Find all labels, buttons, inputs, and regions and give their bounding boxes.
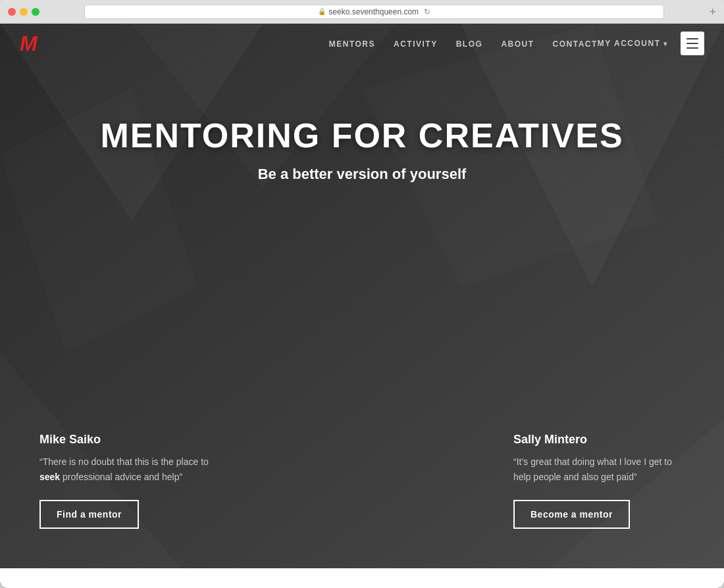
hamburger-menu-button[interactable]: [681, 32, 704, 55]
quote-after: professional advice and help”: [60, 472, 182, 482]
left-person-name: Mike Saiko: [39, 433, 211, 447]
browser-window: 🔒 seeko.seventhqueen.com ↻ +: [0, 0, 724, 588]
navbar: M MENTORS ACTIVITY BLOG ABOUT CONTACT MY…: [0, 24, 724, 63]
refresh-icon: ↻: [424, 7, 430, 16]
nav-link-blog[interactable]: BLOG: [456, 39, 483, 49]
menu-line-3: [686, 47, 698, 49]
maximize-button[interactable]: [32, 8, 39, 16]
nav-link-about[interactable]: ABOUT: [501, 39, 534, 49]
close-button[interactable]: [8, 8, 16, 16]
lock-icon: 🔒: [318, 8, 326, 15]
right-person-name: Sally Mintero: [513, 433, 685, 447]
nav-item-activity[interactable]: ACTIVITY: [394, 37, 438, 49]
address-bar[interactable]: 🔒 seeko.seventhqueen.com ↻: [84, 5, 664, 19]
quote-before: “There is no doubt that this is the plac…: [39, 456, 209, 467]
become-mentor-button[interactable]: Become a mentor: [513, 500, 630, 529]
menu-line-2: [686, 43, 698, 44]
my-account-dropdown[interactable]: MY ACCOUNT ▾: [598, 39, 667, 48]
nav-item-about[interactable]: ABOUT: [501, 37, 534, 49]
nav-item-blog[interactable]: BLOG: [456, 37, 483, 49]
nav-link-activity[interactable]: ACTIVITY: [394, 39, 438, 49]
content-area: Mike Saiko “There is no doubt that this …: [0, 168, 724, 568]
hero-title: MENTORING FOR CREATIVES: [100, 116, 623, 155]
browser-titlebar: 🔒 seeko.seventhqueen.com ↻ +: [0, 0, 724, 24]
quote-bold: seek: [39, 472, 60, 482]
right-person-section: Sally Mintero “It’s great that doing wha…: [513, 433, 685, 568]
nav-item-contact[interactable]: CONTACT: [553, 37, 598, 49]
menu-line-1: [686, 38, 698, 39]
site-logo[interactable]: M: [20, 32, 36, 56]
left-person-quote: “There is no doubt that this is the plac…: [39, 454, 211, 484]
right-person-quote: “It’s great that doing what I love I get…: [513, 454, 685, 484]
website-content: M MENTORS ACTIVITY BLOG ABOUT CONTACT MY…: [0, 24, 724, 588]
bottom-bar: [0, 568, 724, 588]
find-mentor-button[interactable]: Find a mentor: [39, 500, 139, 529]
nav-link-mentors[interactable]: MENTORS: [329, 39, 375, 49]
new-tab-button[interactable]: +: [709, 6, 716, 18]
nav-links: MENTORS ACTIVITY BLOG ABOUT CONTACT: [329, 37, 598, 49]
url-text: seeko.seventhqueen.com: [328, 7, 419, 16]
minimize-button[interactable]: [20, 8, 28, 16]
nav-link-contact[interactable]: CONTACT: [553, 39, 598, 49]
traffic-lights: [8, 8, 39, 16]
nav-item-mentors[interactable]: MENTORS: [329, 37, 375, 49]
left-person-section: Mike Saiko “There is no doubt that this …: [39, 433, 211, 568]
account-label: MY ACCOUNT: [598, 39, 661, 48]
chevron-down-icon: ▾: [663, 40, 668, 47]
